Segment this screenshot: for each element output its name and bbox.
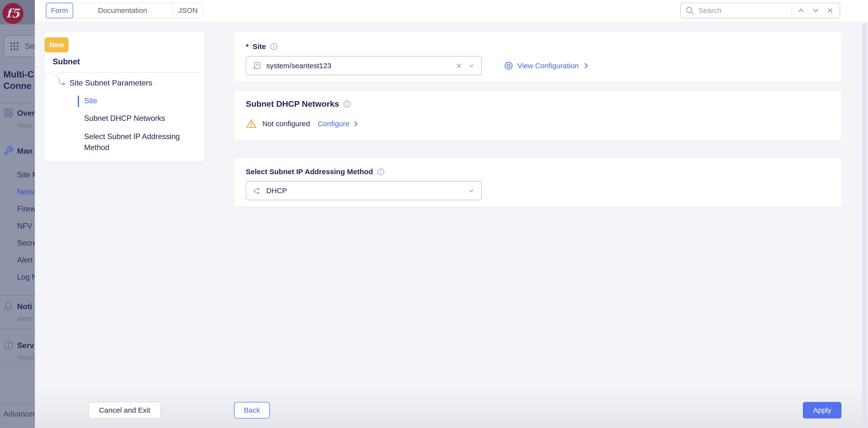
tab-json[interactable]: JSON [173,3,203,18]
search-next-button[interactable] [810,5,821,16]
site-reference-icon [252,61,261,70]
tree-item-subnet-dhcp-networks[interactable]: Subnet DHCP Networks [84,114,165,123]
sidebar-item-notifications[interactable]: Noti [17,302,32,311]
view-mode-tabs: Form Documentation JSON [46,3,204,18]
view-configuration-link[interactable]: View Configuration [504,61,590,71]
notifications-bell-icon [3,301,14,311]
divider [0,295,35,296]
select-caret-icon[interactable] [467,187,475,195]
chevron-right-icon [352,120,360,127]
ip-method-section-card: Select Subnet IP Addressing Method [234,158,842,207]
site-section-card: * Site [234,31,842,82]
dhcp-networks-section-card: Subnet DHCP Networks [234,91,842,140]
subnet-editor-panel: Form Documentation JSON [35,0,868,428]
divider [0,366,35,366]
search-prev-button[interactable] [795,5,807,16]
sidebar-item-networking[interactable]: Netw [17,188,34,196]
form-navigation-card: New Subnet Site Subnet Parameters Site S… [44,31,205,162]
select-service-label: Sele [25,42,35,51]
clear-selection-icon[interactable] [456,62,462,69]
sidebar-item-alerts[interactable]: Alert [17,256,33,265]
overview-icon [3,108,13,118]
dimmed-console-sidebar: f5 Sele Multi-C Conne Over [0,0,35,428]
sidebar-item-service-sub: About [17,354,34,361]
sidebar-item-log[interactable]: Log N [17,273,35,282]
search-input[interactable] [698,6,788,15]
status-badge-new: New [44,37,68,53]
info-icon[interactable] [270,43,278,51]
select-service-button[interactable]: Sele [3,35,35,57]
site-select[interactable]: system/seantest123 [246,56,482,75]
f5-logo[interactable]: f5 [2,3,23,24]
select-caret-icon[interactable] [467,62,475,70]
divider [0,404,35,404]
f5-logo-text: f5 [6,7,20,20]
sidebar-item-overview[interactable]: Over [17,109,35,118]
service-title: Multi-C Conne [3,69,34,92]
tab-form[interactable]: Form [46,3,73,18]
tab-documentation[interactable]: Documentation [73,3,173,18]
tree-root-site-subnet-parameters[interactable]: Site Subnet Parameters [56,77,152,88]
ip-method-label: Select Subnet IP Addressing Method [246,168,385,176]
cancel-and-exit-button[interactable]: Cancel and Exit [89,402,161,419]
sidebar-item-site-management[interactable]: Site M [17,170,35,179]
sidebar-item-overview-sub: Netw [17,122,31,129]
editor-body: New Subnet Site Subnet Parameters Site S… [35,22,868,428]
dhcp-networks-status-row: Not configured Configure [246,118,360,129]
manage-wrench-icon [3,146,14,156]
ip-method-select[interactable]: DHCP [246,181,482,200]
advanced-toggle[interactable]: Advanced [3,410,35,419]
chevron-right-icon [583,62,590,69]
collapse-notch[interactable] [52,68,61,77]
sidebar-item-secrets[interactable]: Secre [17,239,35,248]
search-bar[interactable] [680,3,840,18]
ip-method-select-value: DHCP [266,187,462,195]
app-window: f5 Sele Multi-C Conne Over [0,0,868,428]
sidebar-item-notifications-sub: Alerts [17,315,33,323]
view-icon [504,61,514,71]
apply-button[interactable]: Apply [803,402,841,419]
branch-choice-icon [252,186,261,195]
info-icon[interactable] [377,168,385,176]
search-icon [685,6,694,15]
vertical-scrollbar[interactable] [862,23,867,426]
nav-divider [44,72,205,73]
divider [0,329,35,330]
sidebar-item-manage[interactable]: Man [17,146,33,156]
site-select-value: system/seantest123 [266,62,451,70]
status-text: Not configured [262,120,310,128]
object-title: Subnet [53,57,80,66]
site-field-label: * Site [246,42,278,51]
chevron-down-icon [811,6,820,14]
active-item-bar [78,96,79,107]
chevron-up-icon [797,6,805,14]
back-button[interactable]: Back [234,402,270,419]
sidebar-item-service[interactable]: Serv [17,341,34,350]
search-divider [792,6,792,15]
divider [0,102,35,103]
tree-item-select-subnet-ip-addressing-method[interactable]: Select Subnet IP Addressing Method [84,131,196,153]
required-mark: * [246,42,249,51]
search-close-button[interactable] [825,5,836,16]
tree-item-site[interactable]: Site [84,96,97,105]
editor-topbar: Form Documentation JSON [35,0,868,22]
close-icon [827,7,834,14]
editor-footer: Cancel and Exit Back Apply [35,384,868,428]
info-icon[interactable] [343,100,351,108]
sidebar-item-nfv[interactable]: NFV [17,222,32,230]
configure-link[interactable]: Configure [318,120,360,128]
sidebar-item-firewall[interactable]: Firew [17,205,35,213]
console-header: f5 [0,0,35,24]
warning-icon [246,118,257,129]
tree-arrow-icon [56,77,67,88]
apps-grid-icon [9,41,20,52]
dhcp-networks-title: Subnet DHCP Networks [246,99,351,109]
service-info-icon [3,340,14,350]
